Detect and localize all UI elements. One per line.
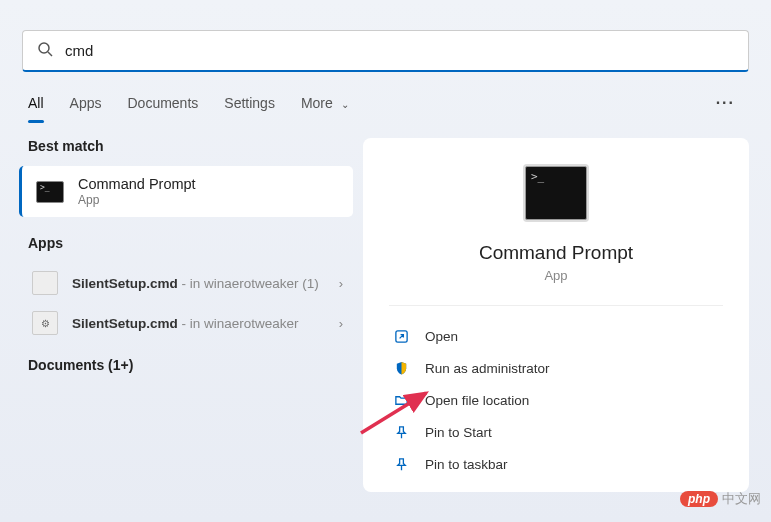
overflow-menu-button[interactable]: ··· <box>708 86 743 120</box>
svg-point-0 <box>39 43 49 53</box>
action-open[interactable]: Open <box>389 320 723 352</box>
pin-icon <box>393 424 409 440</box>
svg-line-1 <box>48 52 52 56</box>
filter-tabs: All Apps Documents Settings More ⌄ ··· <box>0 86 771 120</box>
app-result-item[interactable]: ⚙ SilentSetup.cmd - in winaerotweaker › <box>22 303 353 343</box>
tab-apps[interactable]: Apps <box>70 87 102 119</box>
command-prompt-icon <box>36 181 64 203</box>
apps-heading: Apps <box>22 235 353 251</box>
documents-heading[interactable]: Documents (1+) <box>22 357 353 373</box>
search-icon <box>37 41 53 61</box>
pin-icon <box>393 456 409 472</box>
divider <box>389 305 723 306</box>
result-title: Command Prompt <box>78 176 196 192</box>
tab-more-label: More <box>301 95 333 111</box>
results-column: Best match Command Prompt App Apps Silen… <box>22 138 353 492</box>
file-icon <box>32 271 58 295</box>
folder-icon <box>393 392 409 408</box>
watermark-badge: php <box>680 491 718 507</box>
tab-settings[interactable]: Settings <box>224 87 275 119</box>
app-location: - in winaerotweaker <box>182 316 299 331</box>
search-box[interactable] <box>22 30 749 72</box>
preview-title: Command Prompt <box>389 242 723 264</box>
preview-panel: Command Prompt App Open Run as administr… <box>363 138 749 492</box>
best-match-result[interactable]: Command Prompt App <box>19 166 353 217</box>
action-run-as-administrator[interactable]: Run as administrator <box>389 352 723 384</box>
app-result-text: SilentSetup.cmd - in winaerotweaker (1) <box>72 276 325 291</box>
watermark-text: 中文网 <box>722 490 761 508</box>
action-label: Run as administrator <box>425 361 550 376</box>
app-result-item[interactable]: SilentSetup.cmd - in winaerotweaker (1) … <box>22 263 353 303</box>
app-name: SilentSetup.cmd <box>72 316 178 331</box>
app-location: - in winaerotweaker (1) <box>182 276 319 291</box>
preview-subtitle: App <box>389 268 723 283</box>
action-pin-to-taskbar[interactable]: Pin to taskbar <box>389 448 723 480</box>
tab-all[interactable]: All <box>28 87 44 119</box>
action-label: Open file location <box>425 393 529 408</box>
action-pin-to-start[interactable]: Pin to Start <box>389 416 723 448</box>
open-icon <box>393 328 409 344</box>
search-input[interactable] <box>65 42 734 59</box>
action-open-file-location[interactable]: Open file location <box>389 384 723 416</box>
command-prompt-icon <box>525 166 587 220</box>
best-match-heading: Best match <box>22 138 353 154</box>
action-label: Pin to Start <box>425 425 492 440</box>
tab-documents[interactable]: Documents <box>127 87 198 119</box>
watermark: php 中文网 <box>680 490 761 508</box>
chevron-right-icon: › <box>339 316 343 331</box>
file-icon: ⚙ <box>32 311 58 335</box>
result-subtitle: App <box>78 193 196 207</box>
chevron-down-icon: ⌄ <box>341 99 349 110</box>
chevron-right-icon: › <box>339 276 343 291</box>
action-label: Open <box>425 329 458 344</box>
app-result-text: SilentSetup.cmd - in winaerotweaker <box>72 316 325 331</box>
shield-icon <box>393 360 409 376</box>
app-name: SilentSetup.cmd <box>72 276 178 291</box>
tab-more[interactable]: More ⌄ <box>301 87 349 119</box>
action-label: Pin to taskbar <box>425 457 508 472</box>
best-match-text: Command Prompt App <box>78 176 196 207</box>
